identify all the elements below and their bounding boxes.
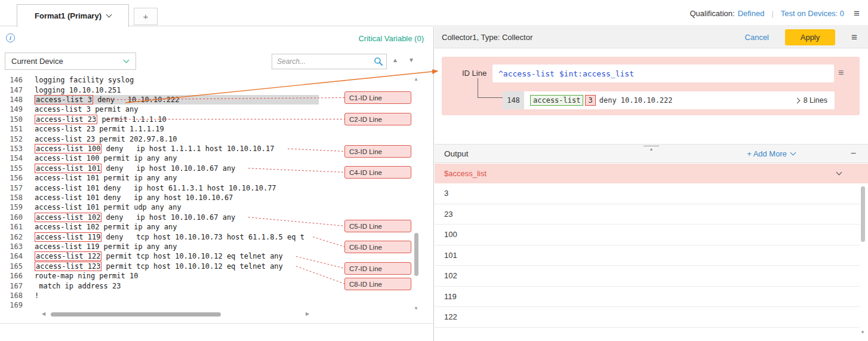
- id-line-callout[interactable]: C3-ID Line: [344, 145, 411, 158]
- output-row[interactable]: 119: [435, 287, 860, 308]
- id-line-callout[interactable]: C2-ID Line: [344, 113, 411, 125]
- collector-panel: Collector1, Type: Collector Cancel Apply…: [435, 27, 868, 341]
- qualification-value-link[interactable]: Defined: [738, 9, 765, 18]
- line-text: access-list 100 permit ip any any: [35, 154, 177, 162]
- chevron-right-icon: [794, 97, 800, 103]
- code-line[interactable]: 157access-list 101 deny ip host 61.1.3.1…: [0, 183, 276, 192]
- code-line[interactable]: 153access-list 100 deny ip host 1.1.1.1 …: [0, 144, 274, 153]
- expand-lines-button[interactable]: 8 Lines: [795, 96, 827, 105]
- line-number: 146: [0, 76, 23, 84]
- line-text: access-list 123 permit tcp host 10.10.10…: [35, 262, 283, 271]
- collector-title: Collector1, Type: Collector: [442, 33, 533, 42]
- code-line[interactable]: 151access-list 23 permit 1.1.1.19: [0, 124, 164, 134]
- line-text: !: [35, 291, 39, 300]
- app-root: Format1 (Primary) + Qualification: Defin…: [0, 0, 868, 341]
- output-row[interactable]: 100: [435, 225, 860, 245]
- qualification-label: Qualification:: [690, 9, 734, 18]
- scroll-left-icon[interactable]: ◀: [42, 312, 45, 317]
- line-text: access-list 23 permit 1.1.1.19: [35, 125, 164, 133]
- code-line[interactable]: 167 match ip address 23: [0, 281, 121, 290]
- matched-variable-token: 3: [585, 95, 595, 106]
- line-text: match ip address 23: [35, 282, 121, 290]
- id-line-menu-icon[interactable]: ≡: [838, 67, 844, 78]
- output-scrollbar[interactable]: [861, 186, 865, 242]
- tab-label: Format1 (Primary): [35, 11, 101, 20]
- code-line[interactable]: 169: [0, 300, 35, 310]
- line-number: 155: [0, 164, 23, 173]
- collector-menu-icon[interactable]: ≡: [851, 32, 857, 44]
- line-number: 153: [0, 145, 23, 153]
- line-text: access-list 101 permit udp any any: [35, 203, 181, 211]
- minimize-icon[interactable]: −: [851, 149, 856, 158]
- collapse-panel-icon[interactable]: ▲: [644, 146, 659, 152]
- id-line-input[interactable]: ^access-list $int:access_list: [493, 64, 834, 82]
- scroll-up-icon[interactable]: ▲: [414, 77, 418, 82]
- code-line[interactable]: 161access-list 102 permit ip any any: [0, 222, 177, 232]
- id-line-token: access-list 123: [35, 262, 101, 271]
- code-line[interactable]: 158access-list 101 deny ip any host 10.1…: [0, 193, 233, 202]
- line-text: access-list 101 deny ip any host 10.10.1…: [35, 193, 233, 202]
- line-text: access-list 119 deny tcp host 10.10.10.7…: [35, 233, 304, 241]
- id-line-callout[interactable]: C7-ID Line: [344, 262, 411, 275]
- add-tab-button[interactable]: +: [134, 8, 158, 25]
- code-line[interactable]: 148access-list 3 deny 10.10.10.222: [0, 95, 179, 105]
- line-number: 151: [0, 125, 23, 133]
- config-panel: i Critical Variable (0) Current Device ▲…: [0, 27, 434, 341]
- output-variable-header[interactable]: $access_list: [435, 164, 868, 183]
- id-line-token: access-list 3: [35, 95, 93, 105]
- test-on-devices-link[interactable]: Test on Devices: 0: [781, 9, 844, 18]
- code-line[interactable]: 152access-list 23 permit 202.97.8.10: [0, 134, 177, 143]
- code-line[interactable]: 159access-list 101 permit udp any any: [0, 202, 181, 212]
- code-line[interactable]: 146logging facility syslog: [0, 75, 134, 85]
- id-line-callout[interactable]: C8-ID Line: [344, 278, 411, 290]
- cancel-button[interactable]: Cancel: [745, 33, 769, 42]
- horizontal-scrollbar[interactable]: [51, 312, 221, 317]
- chevron-down-icon: [836, 170, 842, 176]
- output-row[interactable]: 3: [435, 183, 860, 204]
- line-number: 159: [0, 203, 23, 211]
- menu-icon[interactable]: ≡: [854, 8, 860, 19]
- line-text: access-list 3 deny 10.10.10.222: [35, 96, 179, 104]
- id-line-callout[interactable]: C6-ID Line: [344, 241, 411, 253]
- code-line[interactable]: 149access-list 3 permit any: [0, 105, 138, 114]
- id-line-label: ID Line: [462, 69, 487, 78]
- line-text: access-list 101 permit ip any any: [35, 174, 177, 182]
- output-row[interactable]: 122: [435, 307, 860, 328]
- code-line[interactable]: 156access-list 101 permit ip any any: [0, 173, 177, 183]
- code-line[interactable]: 163access-list 119 permit ip any any: [0, 242, 177, 251]
- tab-format1-primary[interactable]: Format1 (Primary): [17, 4, 129, 27]
- code-line[interactable]: 150access-list 23 permit 1.1.1.10: [0, 115, 167, 124]
- code-line[interactable]: 160access-list 102 deny ip host 10.10.10…: [0, 213, 235, 222]
- id-line-callout[interactable]: C5-ID Line: [344, 220, 411, 232]
- line-number: 162: [0, 233, 23, 241]
- output-row[interactable]: 102: [435, 266, 860, 287]
- config-code-view: 146logging facility syslog147logging 10.…: [0, 27, 433, 341]
- collector-header: Collector1, Type: Collector Cancel Apply…: [435, 27, 868, 48]
- code-line[interactable]: 155access-list 101 deny ip host 10.10.10…: [0, 164, 235, 173]
- scroll-right-icon[interactable]: ▶: [306, 312, 309, 317]
- matched-keyword-token: access-list: [530, 95, 583, 106]
- code-line[interactable]: 147logging 10.10.10.251: [0, 85, 121, 94]
- id-line-callout[interactable]: C4-ID Line: [344, 166, 411, 179]
- code-line[interactable]: 165access-list 123 permit tcp host 10.10…: [0, 262, 283, 271]
- id-line-callout[interactable]: C1-ID Line: [344, 91, 411, 104]
- code-line[interactable]: 164access-list 122 permit tcp host 10.10…: [0, 251, 283, 261]
- line-text: access-list 100 deny ip host 1.1.1.1 hos…: [35, 145, 274, 153]
- code-line[interactable]: 166route-map ning permit 10: [0, 271, 138, 281]
- line-number: 163: [0, 242, 23, 251]
- output-row[interactable]: 23: [435, 204, 860, 225]
- line-number: 150: [0, 115, 23, 124]
- line-text: logging 10.10.10.251: [35, 86, 121, 94]
- scroll-down-icon[interactable]: ▼: [860, 330, 865, 335]
- apply-button[interactable]: Apply: [785, 29, 835, 45]
- panel-bottom-border: [0, 323, 434, 324]
- line-number: 148: [0, 96, 23, 104]
- code-line[interactable]: 168!: [0, 291, 39, 300]
- vertical-scrollbar[interactable]: [414, 233, 418, 276]
- add-more-link[interactable]: + Add More: [747, 149, 795, 158]
- scroll-down-icon[interactable]: ▼: [414, 306, 418, 311]
- output-row[interactable]: 101: [435, 245, 860, 266]
- code-line[interactable]: 154access-list 100 permit ip any any: [0, 153, 177, 163]
- variable-name: $access_list: [444, 169, 487, 178]
- code-line[interactable]: 162access-list 119 deny tcp host 10.10.1…: [0, 232, 304, 241]
